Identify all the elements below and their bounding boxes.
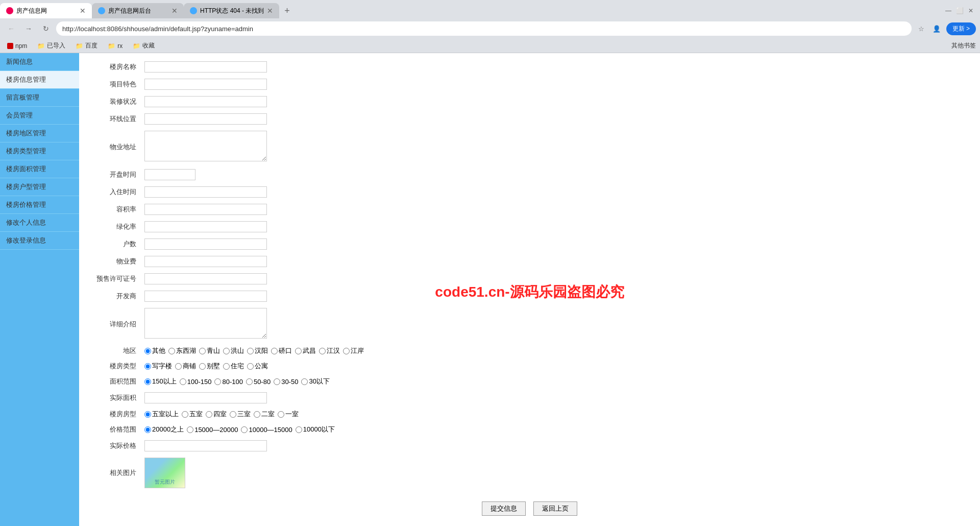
input-green-ratio[interactable] (144, 221, 267, 232)
label-plot-ratio: 容积率 (89, 201, 140, 218)
label-ring-location: 环线位置 (89, 110, 140, 128)
radio-room-3[interactable]: 三室 (230, 410, 251, 419)
input-ring-location[interactable] (144, 113, 267, 125)
input-plot-ratio[interactable] (144, 204, 267, 215)
bookmark-npm[interactable]: npm (4, 41, 30, 51)
radio-region-qingshan[interactable]: 青山 (199, 346, 220, 355)
input-household[interactable] (144, 238, 267, 250)
input-presale-license[interactable] (144, 273, 267, 284)
radio-area-80-100[interactable]: 80-100 (214, 378, 242, 386)
label-description: 详细介绍 (89, 305, 140, 343)
textarea-description[interactable] (144, 308, 267, 339)
sidebar-item-members[interactable]: 会员管理 (0, 107, 79, 125)
tab-2-title: 房产信息网后台 (108, 7, 151, 15)
radio-region-hanyang[interactable]: 汉阳 (247, 346, 268, 355)
bookmark-rx[interactable]: 📁 rx (105, 41, 126, 51)
profile-icon[interactable]: 👤 (930, 22, 943, 35)
back-button[interactable]: ← (4, 21, 18, 36)
back-button[interactable]: 返回上页 (533, 501, 577, 516)
forward-button[interactable]: → (21, 21, 36, 36)
radio-region-wuchang[interactable]: 武昌 (295, 346, 316, 355)
row-images: 相关图片 暂元图片 (89, 455, 970, 491)
radio-region-other[interactable]: 其他 (144, 346, 165, 355)
sidebar-item-house-info[interactable]: 楼房信息管理 (0, 71, 79, 89)
sidebar-item-type-mgmt[interactable]: 楼房类型管理 (0, 142, 79, 160)
input-developer[interactable] (144, 291, 267, 302)
tab-1-title: 房产信息网 (16, 7, 47, 15)
radio-region-jian'an[interactable]: 江岸 (343, 346, 364, 355)
input-house-name[interactable] (144, 61, 267, 73)
image-placeholder[interactable]: 暂元图片 (144, 458, 185, 488)
radio-room-5[interactable]: 五室 (182, 410, 203, 419)
bookmark-favorites[interactable]: 📁 收藏 (130, 40, 158, 51)
submit-area: 提交信息 返回上页 (89, 491, 970, 526)
radio-area-150up[interactable]: 150以上 (144, 377, 177, 386)
bookmark-baidu-label: 百度 (85, 41, 97, 50)
radio-area-100-150[interactable]: 100-150 (180, 378, 212, 386)
radio-region-dongxihu[interactable]: 东西湖 (168, 346, 196, 355)
radio-region-qiaokou[interactable]: 硚口 (271, 346, 292, 355)
radio-area-50-80[interactable]: 50-80 (246, 378, 271, 386)
bookmark-star-icon[interactable]: ☆ (915, 22, 928, 35)
radio-area-30down[interactable]: 30以下 (301, 377, 329, 386)
input-project-feature[interactable] (144, 79, 267, 90)
tab-3-close[interactable]: ✕ (267, 7, 273, 15)
input-decoration[interactable] (144, 96, 267, 107)
tab-1-favicon (6, 7, 13, 14)
tab-2[interactable]: 房产信息网后台 ✕ (92, 3, 184, 18)
bookmark-baidu[interactable]: 📁 百度 (72, 40, 101, 51)
bookmarks-bar: npm 📁 已导入 📁 百度 📁 rx 📁 收藏 其他书签 (0, 39, 980, 53)
input-actual-price[interactable] (144, 440, 267, 451)
input-checkin-time[interactable] (144, 186, 267, 198)
url-input[interactable] (56, 21, 912, 36)
maximize-button[interactable]: ⬜ (954, 6, 965, 16)
label-address: 物业地址 (89, 128, 140, 166)
radio-price-20000up[interactable]: 20000之上 (144, 425, 184, 434)
bookmark-imported[interactable]: 📁 已导入 (34, 40, 68, 51)
radio-type-office[interactable]: 写字楼 (144, 362, 172, 371)
address-bar: ← → ↻ ☆ 👤 更新 > (0, 18, 980, 39)
radio-room-5plus[interactable]: 五室以上 (144, 410, 179, 419)
radio-region-hongshan[interactable]: 洪山 (223, 346, 244, 355)
textarea-address[interactable] (144, 131, 267, 161)
tab-1[interactable]: 房产信息网 ✕ (0, 3, 92, 18)
sidebar-item-profile[interactable]: 修改个人信息 (0, 214, 79, 232)
radio-price-10000-15000[interactable]: 10000—15000 (241, 426, 292, 434)
row-project-feature: 项目特色 (89, 76, 970, 93)
label-room-type: 楼房房型 (89, 407, 140, 422)
refresh-button[interactable]: ↻ (39, 21, 53, 36)
sidebar-item-price-mgmt[interactable]: 楼房价格管理 (0, 196, 79, 214)
radio-type-residential[interactable]: 住宅 (223, 362, 244, 371)
tab-1-close[interactable]: ✕ (80, 7, 86, 15)
other-bookmarks[interactable]: 其他书签 (951, 41, 976, 50)
update-button[interactable]: 更新 > (946, 22, 976, 35)
tab-2-close[interactable]: ✕ (172, 7, 178, 15)
radio-room-2[interactable]: 二室 (254, 410, 275, 419)
radio-price-10000down[interactable]: 10000以下 (296, 425, 335, 434)
radio-room-4[interactable]: 四室 (206, 410, 227, 419)
area-range-radio-group: 150以上 100-150 80-100 50-80 30-50 30以下 (144, 377, 966, 386)
input-actual-area[interactable] (144, 392, 267, 403)
sidebar-item-news[interactable]: 新闻信息 (0, 53, 79, 71)
sidebar-item-area-mgmt[interactable]: 楼房面积管理 (0, 160, 79, 178)
radio-type-villa[interactable]: 别墅 (199, 362, 220, 371)
sidebar-item-region-mgmt[interactable]: 楼房地区管理 (0, 125, 79, 142)
close-window-button[interactable]: ✕ (966, 6, 976, 16)
new-tab-button[interactable]: + (279, 6, 295, 16)
input-opening-time[interactable] (144, 169, 195, 180)
label-images: 相关图片 (89, 455, 140, 491)
radio-type-shop[interactable]: 商铺 (175, 362, 196, 371)
submit-button[interactable]: 提交信息 (482, 501, 526, 516)
sidebar-item-login-info[interactable]: 修改登录信息 (0, 232, 79, 250)
tab-3[interactable]: HTTP状态 404 - 未找到 ✕ (184, 3, 279, 18)
radio-type-apartment[interactable]: 公寓 (247, 362, 268, 371)
input-property-fee[interactable] (144, 256, 267, 267)
row-price-range: 价格范围 20000之上 15000—20000 10000—15000 100… (89, 422, 970, 437)
radio-area-30-50[interactable]: 30-50 (274, 378, 298, 386)
sidebar-item-layout-mgmt[interactable]: 楼房户型管理 (0, 178, 79, 196)
radio-room-1[interactable]: 一室 (278, 410, 299, 419)
minimize-button[interactable]: — (943, 6, 953, 16)
sidebar-item-guestbook[interactable]: 留言板管理 (0, 89, 79, 107)
radio-region-jianghan[interactable]: 江汉 (319, 346, 340, 355)
radio-price-15000-20000[interactable]: 15000—20000 (187, 426, 238, 434)
